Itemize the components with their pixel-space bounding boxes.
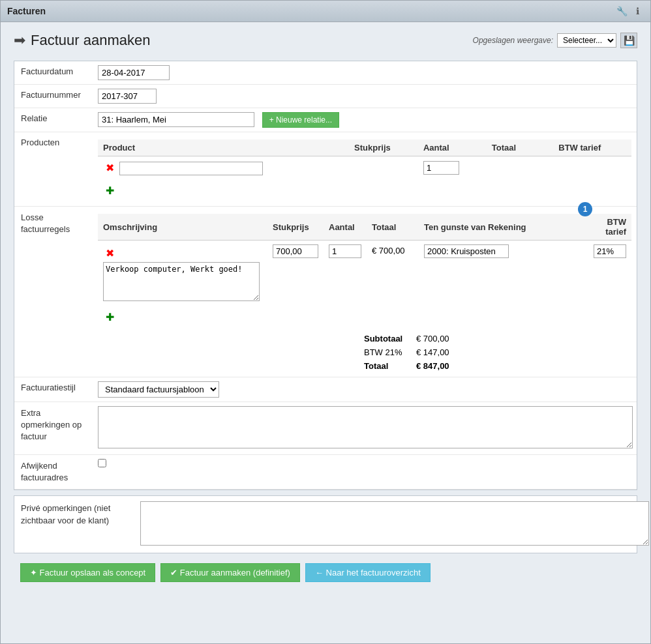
product-input[interactable] [119,162,263,175]
product-add-cell: ✚ [98,179,349,202]
titlebar-icons: 🔧 ℹ [615,5,644,18]
factuurnummer-input[interactable] [98,89,157,104]
losse-content: Omschrijving Stukprijs Aantal Totaal Ten… [93,207,637,377]
producten-content: Product Stukprijs Aantal Totaal BTW tari… [93,132,637,206]
new-relation-button[interactable]: + Nieuwe relatie... [262,112,339,128]
losse-rekening-input[interactable] [424,244,509,258]
product-totaal-cell [487,156,538,180]
losse-add-row: ✚ [98,306,631,329]
p-empty5 [538,179,554,202]
losse-th-rekening: Ten gunste van Rekening 1 [419,214,586,241]
bottom-buttons-area: ✦ Factuur opslaan als concept ✔ Factuur … [14,553,637,589]
info-icon[interactable]: ℹ [631,5,644,18]
relatie-row: Relatie + Nieuwe relatie... [14,108,637,132]
factuurdatum-row: Factuurdatum [14,61,637,85]
product-delete-cell: ✖ [98,156,349,180]
product-delete-button[interactable]: ✖ [103,159,117,177]
main-form: Factuurdatum Factuurnummer Relatie + Nie… [14,61,637,490]
totaal-row: Totaal € 847,00 [98,359,631,373]
losse-totaal-cell: € 700,00 [367,241,419,306]
product-empty-cell [538,156,554,180]
btw-row: BTW 21% € 147,00 [98,345,631,359]
losse-btw-input[interactable] [594,244,626,258]
page-title: Factuur aanmaken [31,32,150,49]
th-totaal: Totaal [487,139,538,156]
factuurdatum-input[interactable] [98,65,170,80]
prive-input[interactable] [140,501,649,546]
product-aantal-input[interactable] [423,161,459,175]
extra-opmerkingen-row: Extra opmerkingen op factuur [14,402,637,455]
subtotaal-label: Subtotaal [359,332,411,345]
losse-aantal-cell [324,241,367,306]
losse-table: Omschrijving Stukprijs Aantal Totaal Ten… [98,214,631,329]
p-empty6 [553,179,631,202]
losse-add-button[interactable]: ✚ [103,308,117,326]
losse-label-text: Losse factuurregels [21,212,70,234]
th-product: Product [98,139,349,156]
extra-opmerkingen-label: Extra opmerkingen op factuur [14,402,93,454]
subtotaal-value: € 700,00 [411,332,476,345]
losse-th-aantal: Aantal [324,214,367,241]
losse-delete-omschrijving-cell: ✖ Verkoop computer, Werkt goed! [98,241,267,306]
extra-opmerkingen-input[interactable] [98,406,633,448]
product-stukprijs-cell [349,156,418,180]
app-window: Facturen 🔧 ℹ ➡ Factuur aanmaken Opgeslag… [0,0,651,644]
factuurnummer-row: Factuurnummer [14,85,637,108]
factuurstijl-content: Standaard factuursjabloon Andere sjabloo… [93,377,637,402]
products-header-row: Product Stukprijs Aantal Totaal BTW tari… [98,139,631,156]
saved-view-label: Opgeslagen weergave: [473,36,553,45]
th-btwtarief: BTW tarief [553,139,631,156]
th-stukprijs: Stukprijs [349,139,418,156]
subtotaal-row: Subtotaal € 700,00 [98,332,631,345]
create-definitief-button[interactable]: ✔ Factuur aanmaken (definitief) [160,563,300,582]
losse-th-stukprijs: Stukprijs [267,214,324,241]
page-header: ➡ Factuur aanmaken Opgeslagen weergave: … [14,32,637,49]
extra-opmerkingen-content [93,402,638,454]
losse-aantal-input[interactable] [329,244,361,258]
factuurstijl-label: Factuuratiestijl [14,377,93,402]
losse-omschrijving-input[interactable]: Verkoop computer, Werkt goed! [103,262,260,301]
factuurdatum-value-area [93,61,637,84]
prive-section: Privé opmerkingen (niet zichtbaar voor d… [14,495,637,553]
save-view-button[interactable]: 💾 [620,33,637,48]
totaal-label: Totaal [359,359,411,373]
factuurstijl-select[interactable]: Standaard factuursjabloon Andere sjabloo… [98,381,219,398]
saved-view-select[interactable]: Selecteer... [557,33,616,48]
afwijkend-checkbox-wrap [98,459,631,467]
relatie-label: Relatie [14,108,93,132]
afwijkend-checkbox[interactable] [98,459,106,467]
product-row-1: ✖ [98,156,631,180]
p-empty3 [418,179,487,202]
afwijkend-row: Afwijkend factuuradres [14,455,637,490]
product-add-row: ✚ [98,179,631,202]
product-add-button[interactable]: ✚ [103,182,117,199]
losse-th-totaal: Totaal [367,214,419,241]
losse-add-cell: ✚ [98,306,267,329]
losse-stukprijs-input[interactable] [273,244,318,258]
losse-row: Losse factuurregels Omschrijving Stukpri… [14,207,637,377]
product-aantal-cell [418,156,487,180]
totaal-value: € 847,00 [411,359,476,373]
back-overzicht-button[interactable]: ← Naar het factuuroverzicht [305,563,431,582]
page-title-area: ➡ Factuur aanmaken [14,32,150,49]
producten-label: Producten [14,132,93,206]
factuurdatum-label: Factuurdatum [14,61,93,84]
losse-label: Losse factuurregels [14,207,93,377]
products-table: Product Stukprijs Aantal Totaal BTW tari… [98,139,631,202]
btw21-value: € 147,00 [411,345,476,359]
relatie-input[interactable] [98,112,254,127]
settings-icon[interactable]: 🔧 [615,5,628,18]
factuurnummer-label: Factuurnummer [14,85,93,108]
saved-view-area: Opgeslagen weergave: Selecteer... 💾 [473,33,637,48]
save-concept-button[interactable]: ✦ Factuur opslaan als concept [20,563,155,582]
losse-btw-cell [586,241,631,306]
losse-stukprijs-cell [267,241,324,306]
factuurstijl-row: Factuuratiestijl Standaard factuursjablo… [14,377,637,402]
losse-delete-button[interactable]: ✖ [103,244,117,262]
callout-bubble: 1 [578,202,592,216]
losse-rekening-cell [419,241,586,306]
factuurnummer-value-area [93,85,637,108]
afwijkend-label: Afwijkend factuuradres [14,455,93,489]
back-arrow-icon: ➡ [14,32,25,49]
relatie-value-area: + Nieuwe relatie... [93,108,637,132]
